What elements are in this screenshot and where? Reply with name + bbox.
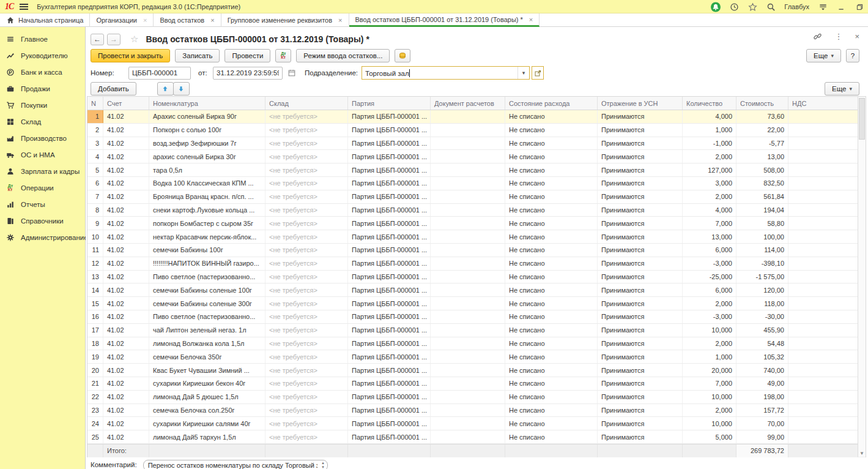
table-row[interactable]: 2241.02лимонад Дай 5 дюшес 1,5л<не требу… bbox=[87, 391, 866, 404]
table-row[interactable]: 1741.02чай Липтон зеленый негаз. 1л<не т… bbox=[87, 324, 866, 337]
get-link-icon[interactable] bbox=[813, 32, 822, 41]
cell-usn[interactable]: Принимаются bbox=[598, 324, 683, 337]
cell-vat[interactable] bbox=[788, 350, 858, 363]
cell-row-number[interactable]: 8 bbox=[87, 204, 103, 217]
cell-expense-state[interactable]: Не списано bbox=[505, 417, 598, 430]
department-open-icon[interactable] bbox=[532, 66, 544, 80]
cell-expense-state[interactable]: Не списано bbox=[505, 364, 598, 377]
cell-expense-state[interactable]: Не списано bbox=[505, 271, 598, 283]
cell-warehouse[interactable]: <не требуется> bbox=[265, 417, 348, 430]
cell-row-number[interactable]: 21 bbox=[87, 377, 103, 390]
column-header-6[interactable]: Документ расчетов bbox=[431, 97, 505, 110]
cell-quantity[interactable]: -3,000 bbox=[683, 310, 736, 323]
cell-row-number[interactable]: 6 bbox=[87, 177, 103, 190]
cell-quantity[interactable]: 6,000 bbox=[683, 244, 736, 257]
cell-row-number[interactable]: 15 bbox=[87, 297, 103, 310]
cell-warehouse[interactable]: <не требуется> bbox=[265, 204, 348, 217]
cell-batch[interactable]: Партия ЦББП-000001 ... bbox=[348, 350, 431, 363]
cell-batch[interactable]: Партия ЦББП-000001 ... bbox=[348, 377, 431, 390]
add-row-button[interactable]: Добавить bbox=[91, 82, 136, 96]
cell-batch[interactable]: Партия ЦББП-000001 ... bbox=[348, 110, 431, 123]
sidebar-item-зарплата-и-кадры[interactable]: Зарплата и кадры bbox=[0, 163, 85, 179]
cell-settlement-doc[interactable] bbox=[431, 190, 505, 203]
cell-warehouse[interactable]: <не требуется> bbox=[265, 190, 348, 203]
cell-batch[interactable]: Партия ЦББП-000001 ... bbox=[348, 124, 431, 137]
cell-item[interactable]: Пиво светлое (пастеризованно... bbox=[149, 310, 265, 323]
cell-expense-state[interactable]: Не списано bbox=[505, 350, 598, 363]
form-more-button[interactable]: Еще▾ bbox=[806, 49, 841, 62]
cell-usn[interactable]: Принимаются bbox=[598, 283, 683, 296]
cell-account[interactable]: 41.02 bbox=[103, 310, 149, 323]
cell-cost[interactable]: 105,32 bbox=[736, 350, 788, 363]
cell-warehouse[interactable]: <не требуется> bbox=[265, 377, 348, 390]
cell-settlement-doc[interactable] bbox=[431, 230, 505, 243]
cell-cost[interactable]: 118,00 bbox=[736, 297, 788, 310]
cell-vat[interactable] bbox=[788, 430, 858, 443]
cell-item[interactable]: Брояница Вранац красн. п/сп. ... bbox=[149, 190, 265, 203]
cell-cost[interactable]: 73,60 bbox=[736, 110, 788, 123]
cell-cost[interactable]: 198,00 bbox=[736, 391, 788, 403]
cell-quantity[interactable]: 7,000 bbox=[683, 377, 736, 390]
column-header-1[interactable]: N bbox=[87, 97, 103, 110]
cell-account[interactable]: 41.02 bbox=[103, 257, 149, 270]
sidebar-item-главное[interactable]: Главное bbox=[0, 31, 85, 47]
cell-expense-state[interactable]: Не списано bbox=[505, 137, 598, 150]
cell-account[interactable]: 41.02 bbox=[103, 283, 149, 296]
table-row[interactable]: 541.02тара 0,5л<не требуется>Партия ЦББП… bbox=[87, 163, 866, 177]
table-row[interactable]: 1541.02семечки Бабкины соленые 300г<не т… bbox=[87, 297, 866, 310]
cell-settlement-doc[interactable] bbox=[431, 150, 505, 163]
tab-close-icon[interactable]: × bbox=[210, 17, 214, 24]
cell-warehouse[interactable]: <не требуется> bbox=[265, 257, 348, 270]
cell-account[interactable]: 41.02 bbox=[103, 271, 149, 283]
cell-quantity[interactable]: 2,000 bbox=[683, 190, 736, 203]
cell-cost[interactable]: 120,00 bbox=[736, 283, 788, 296]
cell-row-number[interactable]: 2 bbox=[87, 124, 103, 137]
column-header-10[interactable]: Стоимость bbox=[736, 97, 788, 110]
cell-usn[interactable]: Принимаются bbox=[598, 364, 683, 377]
cell-usn[interactable]: Принимаются bbox=[598, 230, 683, 243]
cell-item[interactable]: !!!!!!!!НАПИТОК ВИННЫЙ газиро... bbox=[149, 257, 265, 270]
cell-expense-state[interactable]: Не списано bbox=[505, 190, 598, 203]
cell-account[interactable]: 41.02 bbox=[103, 377, 149, 390]
cell-item[interactable]: чай Липтон зеленый негаз. 1л bbox=[149, 324, 265, 337]
cell-vat[interactable] bbox=[788, 190, 858, 203]
column-header-3[interactable]: Номенклатура bbox=[149, 97, 265, 110]
cell-item[interactable]: семечка Белочка сол.250г bbox=[149, 404, 265, 417]
cell-batch[interactable]: Партия ЦББП-000001 ... bbox=[348, 230, 431, 243]
tab-close-icon[interactable]: × bbox=[529, 16, 533, 23]
cell-row-number[interactable]: 4 bbox=[87, 150, 103, 163]
cell-quantity[interactable]: 2,000 bbox=[683, 150, 736, 163]
vertical-scrollbar[interactable]: ▼ bbox=[858, 97, 866, 457]
cell-warehouse[interactable]: <не требуется> bbox=[265, 271, 348, 283]
table-row[interactable]: 441.02арахис соленый Бирка 30г<не требуе… bbox=[87, 150, 866, 163]
cell-settlement-doc[interactable] bbox=[431, 244, 505, 257]
table-row[interactable]: 941.02попкорн Бомбастер с сыром 35г<не т… bbox=[87, 217, 866, 230]
cell-item[interactable]: нектар Красавчик персик-яблок... bbox=[149, 230, 265, 243]
cell-item[interactable]: Пиво светлое (пастеризованно... bbox=[149, 271, 265, 283]
cell-usn[interactable]: Принимаются bbox=[598, 417, 683, 430]
scrollbar-thumb[interactable] bbox=[859, 98, 865, 140]
cell-row-number[interactable]: 10 bbox=[87, 230, 103, 243]
cell-item[interactable]: попкорн Бомбастер с сыром 35г bbox=[149, 217, 265, 230]
table-more-button[interactable]: Еще▾ bbox=[825, 82, 859, 96]
cell-quantity[interactable]: 5,000 bbox=[683, 430, 736, 443]
cell-settlement-doc[interactable] bbox=[431, 337, 505, 350]
cell-cost[interactable]: 832,50 bbox=[736, 177, 788, 190]
cell-warehouse[interactable]: <не требуется> bbox=[265, 391, 348, 403]
post-button[interactable]: Провести bbox=[224, 49, 270, 62]
cell-usn[interactable]: Принимаются bbox=[598, 137, 683, 150]
back-button[interactable]: ← bbox=[91, 34, 104, 45]
move-row-down-button[interactable] bbox=[173, 82, 190, 96]
cell-batch[interactable]: Партия ЦББП-000001 ... bbox=[348, 417, 431, 430]
cell-expense-state[interactable]: Не списано bbox=[505, 217, 598, 230]
tab-close-icon[interactable]: × bbox=[338, 17, 342, 24]
cell-item[interactable]: снеки картоф.Луковые кольца ... bbox=[149, 204, 265, 217]
cell-cost[interactable]: 13,00 bbox=[736, 150, 788, 163]
cell-settlement-doc[interactable] bbox=[431, 350, 505, 363]
cell-usn[interactable]: Принимаются bbox=[598, 391, 683, 403]
cell-expense-state[interactable]: Не списано bbox=[505, 150, 598, 163]
cell-item[interactable]: семечки Бабкины 100г bbox=[149, 244, 265, 257]
cell-cost[interactable]: 22,00 bbox=[736, 124, 788, 137]
cell-row-number[interactable]: 22 bbox=[87, 391, 103, 403]
cell-account[interactable]: 41.02 bbox=[103, 190, 149, 203]
